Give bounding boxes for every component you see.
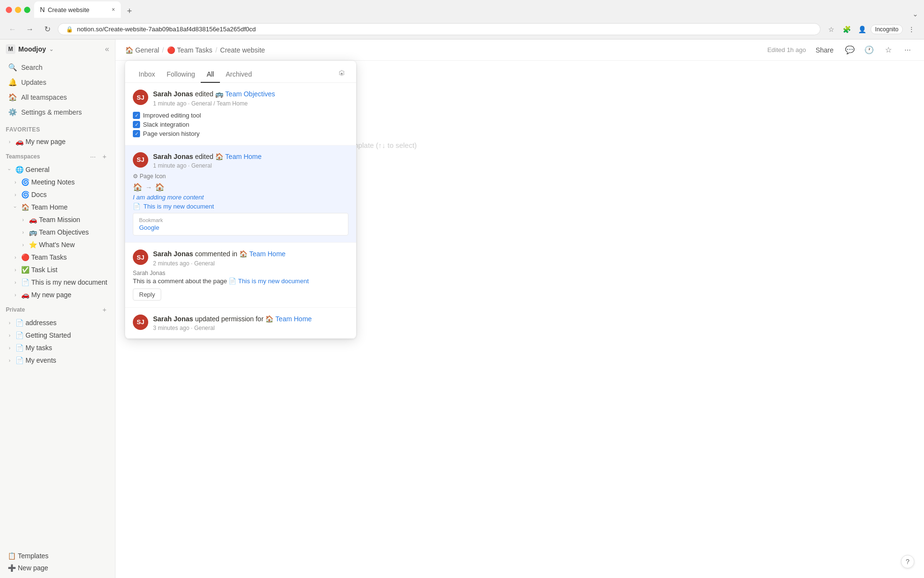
extensions-icon[interactable]: 🧩 [840,23,853,36]
sidebar-item-team-tasks[interactable]: › 🔴 Team Tasks [2,251,113,263]
notification-settings-button[interactable] [335,67,348,80]
breadcrumb-separator-2: / [215,46,217,54]
doc-link[interactable]: 📄 This is my new document [133,203,348,210]
lock-icon: 🔒 [66,26,73,33]
sidebar-item-team-objectives[interactable]: › 🚌 Team Objectives [2,226,113,238]
tab-all[interactable]: All [201,66,220,83]
tab-scroll-button[interactable]: ⌄ [912,10,918,18]
close-window-btn[interactable] [6,7,12,13]
reply-button[interactable]: Reply [133,289,161,301]
avatar: SJ [133,250,148,265]
sidebar-footer: 📋 Templates ➕ New page [0,546,115,578]
notif-page-icon: 🚌 [215,90,223,98]
notification-item-team-home-edit[interactable]: SJ Sarah Jonas edited 🏠 Team Home 1 minu… [125,145,356,243]
sidebar-item-new-page[interactable]: ➕ New page [4,562,111,574]
checkbox-checked-icon [133,130,140,137]
tab-close-btn[interactable]: × [112,6,115,13]
teamspaces-more-button[interactable]: ··· [88,152,98,161]
sidebar-item-getting-started[interactable]: › 📄 Getting Started [2,329,113,341]
chevron-icon: › [6,356,13,364]
bookmark-label: Bookmark [139,217,342,223]
workspace-name[interactable]: M Moodjoy ⌄ [6,44,53,54]
avatar: SJ [133,152,148,168]
tab-following[interactable]: Following [161,66,201,83]
docs-icon: 🌀 [21,191,29,198]
sidebar-item-my-events[interactable]: › 📄 My events [2,355,113,366]
address-bar[interactable]: 🔒 notion.so/Create-website-7aab09ba18af4… [58,23,821,35]
my-tasks-label: My tasks [26,344,52,352]
addresses-icon: 📄 [15,319,24,327]
star-icon[interactable]: ☆ [882,43,895,57]
sidebar-item-new-document[interactable]: › 📄 This is my new document [2,276,113,288]
my-new-page-icon: 🚗 [15,138,24,145]
sidebar-navigation: 🔍 Search 🔔 Updates 🏠 All teamspaces ⚙️ S… [0,59,115,121]
breadcrumb-general-label: General [135,46,159,54]
clock-icon[interactable]: 🕐 [862,43,876,57]
sidebar-item-team-mission[interactable]: › 🚗 Team Mission [2,214,113,225]
sidebar-item-all-teamspaces[interactable]: 🏠 All teamspaces [2,90,113,105]
chevron-icon: › [12,266,19,274]
checklist-item: Slack integration [143,121,189,128]
active-tab[interactable]: N Create website × [34,1,121,18]
notification-item-comment[interactable]: SJ Sarah Jonas commented in 🏠 Team Home … [125,243,356,308]
share-button[interactable]: Share [812,44,837,56]
back-button[interactable]: ← [6,23,19,36]
maximize-window-btn[interactable] [24,7,30,13]
workspace-label: Moodjoy [18,45,46,53]
private-add-button[interactable]: + [100,305,109,315]
notif-time: 2 minutes ago · General [153,260,348,267]
notif-content: Sarah Jonas edited 🚌 Team Objectives 1 m… [153,90,348,107]
sidebar-item-team-home[interactable]: › 🏠 Team Home [2,201,113,213]
tab-favicon: N [40,6,45,13]
breadcrumb-general[interactable]: 🏠 General [125,46,159,54]
tab-inbox[interactable]: Inbox [133,66,161,83]
comment-page-link[interactable]: This is my new document [238,277,309,285]
more-options-icon[interactable]: ⋮ [905,23,918,36]
general-icon: 🌐 [15,166,24,173]
profile-icon[interactable]: 👤 [855,23,869,36]
help-button[interactable]: ? [901,555,914,568]
breadcrumb-team-tasks[interactable]: 🔴 Team Tasks [167,46,213,54]
list-item: Slack integration [133,120,348,129]
comments-icon[interactable]: 💬 [843,43,857,57]
tab-archived[interactable]: Archived [220,66,257,83]
chevron-icon: › [12,253,19,261]
sidebar-item-templates[interactable]: 📋 Templates [4,550,111,562]
sidebar-item-my-new-page[interactable]: › 🚗 My new page [2,136,113,147]
sidebar-item-task-list[interactable]: › ✅ Task List [2,264,113,276]
sidebar-item-search[interactable]: 🔍 Search [2,60,113,75]
breadcrumb: 🏠 General / 🔴 Team Tasks / Create websit… [125,46,265,54]
forward-button[interactable]: → [23,23,37,36]
refresh-button[interactable]: ↻ [40,23,54,36]
sidebar-item-addresses[interactable]: › 📄 addresses [2,317,113,328]
sidebar-item-my-tasks[interactable]: › 📄 My tasks [2,342,113,354]
sidebar-header: M Moodjoy ⌄ « [0,39,115,59]
my-new-page-2-icon: 🚗 [21,291,29,299]
bookmark-star-icon[interactable]: ☆ [824,23,838,36]
breadcrumb-current[interactable]: Create website [220,46,265,54]
sidebar-item-updates[interactable]: 🔔 Updates [2,75,113,90]
sidebar-collapse-button[interactable]: « [105,45,109,53]
icon-from: 🏠 [133,183,142,192]
sidebar-item-meeting-notes[interactable]: › 🌀 Meeting Notes [2,176,113,188]
notification-item-permission[interactable]: SJ Sarah Jonas updated permission for 🏠 … [125,308,356,339]
notification-item-team-objectives[interactable]: SJ Sarah Jonas edited 🚌 Team Objectives … [125,83,356,145]
comment-author: Sarah Jonas [133,270,348,276]
new-tab-button[interactable]: + [123,4,136,18]
sidebar-item-my-new-page-2[interactable]: › 🚗 My new page [2,289,113,301]
notif-time: 3 minutes ago · General [153,325,348,331]
sidebar-item-settings[interactable]: ⚙️ Settings & members [2,105,113,119]
workspace-chevron-icon: ⌄ [49,46,53,53]
sidebar-item-docs[interactable]: › 🌀 Docs [2,189,113,200]
tab-following-label: Following [167,70,195,78]
whats-new-label: What's New [39,241,75,249]
bookmark-value[interactable]: Google [139,224,342,231]
teamspaces-add-button[interactable]: + [100,152,109,161]
sidebar-item-general[interactable]: › 🌐 General [2,164,113,175]
sidebar-item-whats-new[interactable]: › ⭐ What's New [2,239,113,250]
doc-link-text[interactable]: This is my new document [143,203,214,210]
sidebar-updates-label: Updates [21,79,46,86]
more-options-icon[interactable]: ··· [901,43,914,57]
my-events-label: My events [26,356,56,364]
minimize-window-btn[interactable] [15,7,21,13]
